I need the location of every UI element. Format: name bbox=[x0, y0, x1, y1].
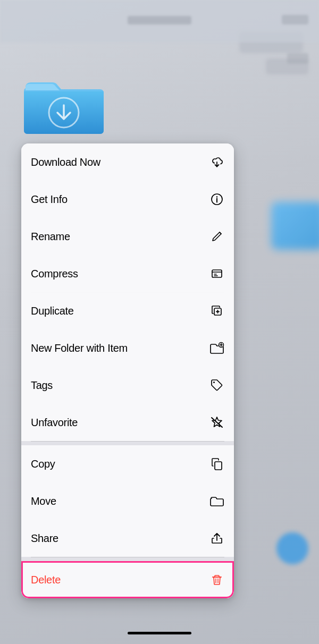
menu-item-delete-label: Delete bbox=[31, 574, 61, 586]
bg-folder-blue bbox=[271, 202, 319, 250]
top-icon-row bbox=[287, 53, 308, 64]
star-slash-icon bbox=[209, 415, 224, 430]
menu-item-unfavorite-label: Unfavorite bbox=[31, 417, 78, 429]
menu-item-duplicate-label: Duplicate bbox=[31, 305, 74, 317]
tag-icon bbox=[209, 378, 224, 393]
menu-item-rename[interactable]: Rename bbox=[21, 218, 234, 255]
menu-item-unfavorite[interactable]: Unfavorite bbox=[21, 404, 234, 441]
svg-rect-20 bbox=[215, 462, 222, 470]
svg-rect-7 bbox=[212, 270, 222, 277]
cloud-download-icon bbox=[209, 155, 224, 170]
svg-line-6 bbox=[220, 232, 221, 234]
bg-circle-blue bbox=[276, 532, 308, 564]
menu-item-download-now[interactable]: Download Now bbox=[21, 143, 234, 181]
menu-item-tags[interactable]: Tags bbox=[21, 367, 234, 404]
folder-icon-container bbox=[21, 69, 106, 138]
copy-icon bbox=[209, 456, 224, 471]
menu-item-move[interactable]: Move bbox=[21, 482, 234, 520]
pencil-icon bbox=[209, 229, 224, 244]
menu-item-share-label: Share bbox=[31, 532, 58, 545]
menu-item-get-info-label: Get Info bbox=[31, 193, 68, 206]
menu-item-get-info[interactable]: Get Info bbox=[21, 181, 234, 218]
context-menu: Download Now Get Info Rename bbox=[21, 143, 234, 598]
menu-item-compress-label: Compress bbox=[31, 268, 78, 280]
menu-item-duplicate[interactable]: Duplicate bbox=[21, 292, 234, 329]
svg-point-18 bbox=[213, 382, 215, 383]
menu-item-new-folder-with-item-label: New Folder with Item bbox=[31, 342, 128, 354]
menu-group-separator-2 bbox=[21, 557, 234, 561]
menu-item-copy-label: Copy bbox=[31, 458, 55, 470]
top-bar-title bbox=[128, 16, 191, 24]
info-icon bbox=[209, 192, 224, 207]
menu-item-rename-label: Rename bbox=[31, 231, 70, 243]
home-indicator bbox=[128, 632, 191, 634]
trash-icon bbox=[209, 572, 224, 587]
menu-group-separator-1 bbox=[21, 441, 234, 445]
menu-item-copy[interactable]: Copy bbox=[21, 445, 234, 482]
compress-icon bbox=[209, 266, 224, 281]
folder-plus-icon bbox=[209, 341, 224, 355]
folder-move-icon bbox=[209, 494, 224, 509]
menu-item-download-now-label: Download Now bbox=[31, 156, 100, 168]
duplicate-icon bbox=[209, 303, 224, 318]
share-icon bbox=[209, 531, 224, 546]
menu-item-delete[interactable]: Delete bbox=[21, 561, 234, 598]
folder-icon bbox=[21, 69, 106, 138]
menu-item-new-folder-with-item[interactable]: New Folder with Item bbox=[21, 329, 234, 367]
svg-point-5 bbox=[216, 196, 217, 197]
menu-item-share[interactable]: Share bbox=[21, 520, 234, 557]
menu-item-compress[interactable]: Compress bbox=[21, 255, 234, 292]
menu-item-tags-label: Tags bbox=[31, 379, 53, 392]
top-bar-btn-right bbox=[282, 15, 308, 24]
menu-item-move-label: Move bbox=[31, 495, 56, 507]
svg-line-19 bbox=[212, 418, 222, 427]
